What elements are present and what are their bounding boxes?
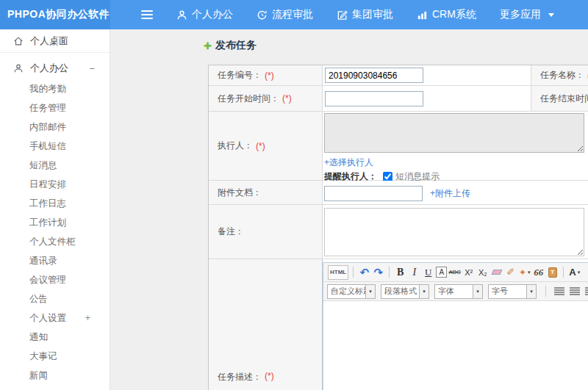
font-family-dropdown[interactable]: 字体 ▾ <box>434 284 483 299</box>
person-icon <box>13 63 24 73</box>
subscript-button[interactable]: X₂ <box>476 265 489 280</box>
select-executor-link[interactable]: +选择执行人 <box>324 156 588 169</box>
attachment-upload-link[interactable]: +附件上传 <box>430 187 470 200</box>
bar-chart-icon <box>417 10 432 21</box>
undo-icon[interactable]: ↶ <box>358 265 370 280</box>
sidebar-item-desktop[interactable]: 个人桌面 <box>0 29 110 53</box>
chevron-down-icon: ▾ <box>419 285 429 298</box>
sidebar-item-address-book[interactable]: 通讯录 <box>0 251 110 270</box>
task-number-input[interactable] <box>325 68 423 83</box>
process-clock-icon <box>257 10 272 21</box>
paragraph-format-dropdown[interactable]: 段落格式 ▾ <box>381 284 429 299</box>
nav-personal-office[interactable]: 个人办公 <box>176 8 233 21</box>
format-brush-icon[interactable]: ✐ <box>504 265 517 280</box>
collapse-minus-icon[interactable]: − <box>89 63 95 74</box>
required-mark: (*) <box>265 71 274 81</box>
align-left-icon[interactable] <box>554 287 564 295</box>
superscript-button[interactable]: X² <box>462 265 475 280</box>
sidebar-section-personal-office[interactable]: 个人办公 − <box>0 57 110 79</box>
sidebar-item-work-log[interactable]: 工作日志 <box>0 194 110 213</box>
format-magic-icon[interactable]: ✦▾ <box>518 265 531 280</box>
chevron-down-icon: ▾ <box>365 285 375 298</box>
start-time-input[interactable] <box>325 91 423 106</box>
attachment-input[interactable] <box>324 186 423 201</box>
top-navigation: 个人办公 流程审批 集团审批 CRM系统 <box>110 0 588 29</box>
blockquote-button[interactable]: 66 <box>532 265 545 280</box>
sidebar: 个人桌面 个人办公 − 我的考勤 任务管理 内部邮件 手机短信 短消息 日程安排… <box>0 29 110 390</box>
task-number-label: 任务编号： <box>218 69 262 82</box>
sidebar-item-notice[interactable]: 通知 <box>0 328 110 347</box>
sidebar-item-meeting[interactable]: 会议管理 <box>0 270 110 289</box>
description-row: 任务描述： (*) HTML ↶ ↷ B I U A ABC <box>209 259 588 390</box>
menu-toggle-icon[interactable] <box>141 8 153 21</box>
executor-row: 执行人： (*) +选择执行人 提醒执行人： 短消息提示 <box>209 112 588 181</box>
sidebar-item-personal-settings[interactable]: 个人设置 + <box>0 308 110 328</box>
remark-textarea[interactable] <box>324 208 584 256</box>
description-label: 任务描述： <box>218 371 262 383</box>
rich-text-editor: HTML ↶ ↷ B I U A ABC X² X₂ ✐ <box>323 262 588 390</box>
home-icon <box>13 36 24 46</box>
nav-crm-system[interactable]: CRM系统 <box>417 8 476 21</box>
editor-toolbar-row2: 自定义标题 ▾ 段落格式 ▾ 字体 ▾ 字号 ▾ <box>323 282 588 301</box>
main-content: ✚ 发布任务 任务编号： (*) 任务名称： (*) 任务开始时间： (*) <box>110 29 588 390</box>
sidebar-item-short-message[interactable]: 短消息 <box>0 156 110 175</box>
editor-toolbar-row1: HTML ↶ ↷ B I U A ABC X² X₂ ✐ <box>323 263 588 282</box>
start-time-row: 任务开始时间： (*) 任务结束时间： (*) <box>209 86 588 112</box>
font-size-dropdown[interactable]: 字号 ▾ <box>488 284 537 299</box>
publish-task-form: 任务编号： (*) 任务名称： (*) 任务开始时间： (*) 任务结束时间： <box>208 65 588 390</box>
required-mark: (*) <box>256 141 265 151</box>
end-time-label: 任务结束时间： <box>540 93 588 105</box>
task-name-label: 任务名称： <box>540 69 584 82</box>
chevron-down-icon: ▾ <box>473 285 482 298</box>
redo-icon[interactable]: ↷ <box>372 265 384 280</box>
expand-plus-icon[interactable]: + <box>85 308 90 328</box>
remark-row: 备注： <box>209 205 588 259</box>
underline-button[interactable]: U <box>422 265 434 280</box>
paste-text-icon[interactable]: T <box>546 265 559 280</box>
plus-icon: ✚ <box>204 40 212 51</box>
person-icon <box>176 10 192 21</box>
nav-workflow-approval[interactable]: 流程审批 <box>257 8 313 21</box>
executor-textarea[interactable] <box>324 113 584 153</box>
italic-button[interactable]: I <box>408 265 420 280</box>
chevron-down-icon <box>548 13 554 17</box>
sidebar-item-internal-mail[interactable]: 内部邮件 <box>0 118 110 137</box>
align-center-icon[interactable] <box>570 287 580 295</box>
top-header: PHPOA协同办公软件 个人办公 流程审批 <box>0 0 588 29</box>
nav-group-approval[interactable]: 集团审批 <box>337 8 393 21</box>
bold-button[interactable]: B <box>394 265 406 280</box>
editor-content-area[interactable] <box>323 301 588 390</box>
sidebar-item-milestones[interactable]: 大事记 <box>0 347 110 366</box>
required-mark: (*) <box>265 371 274 381</box>
task-number-row: 任务编号： (*) 任务名称： (*) <box>209 65 588 86</box>
executor-label: 执行人： <box>218 140 253 152</box>
chevron-down-icon: ▾ <box>526 285 536 298</box>
custom-heading-dropdown[interactable]: 自定义标题 ▾ <box>327 284 376 299</box>
html-source-button[interactable]: HTML <box>328 265 348 280</box>
page-title: ✚ 发布任务 <box>204 39 257 52</box>
app-logo: PHPOA协同办公软件 <box>0 0 110 29</box>
attachment-label: 附件文档： <box>218 187 262 199</box>
eraser-icon[interactable] <box>490 265 503 280</box>
font-style-button[interactable]: A <box>436 267 447 278</box>
start-time-label: 任务开始时间： <box>218 93 279 105</box>
sidebar-item-news[interactable]: 新闻 <box>0 366 110 385</box>
align-right-icon[interactable] <box>585 287 588 295</box>
required-mark: (*) <box>282 93 292 104</box>
sidebar-item-work-plan[interactable]: 工作计划 <box>0 213 110 232</box>
sidebar-item-schedule[interactable]: 日程安排 <box>0 175 110 194</box>
attachment-row: 附件文档： +附件上传 <box>209 181 588 205</box>
sidebar-item-file-cabinet[interactable]: 个人文件柜 <box>0 232 110 251</box>
edit-square-icon <box>337 10 352 21</box>
nav-more-apps[interactable]: 更多应用 <box>500 8 554 21</box>
strikethrough-button[interactable]: ABC <box>448 265 461 280</box>
sidebar-item-announcement[interactable]: 公告 <box>0 289 110 308</box>
sidebar-item-attendance[interactable]: 我的考勤 <box>0 79 110 98</box>
font-color-button[interactable]: A▾ <box>568 265 581 280</box>
remark-label: 备注： <box>218 225 244 238</box>
sidebar-item-sms[interactable]: 手机短信 <box>0 137 110 156</box>
sidebar-item-task-management[interactable]: 任务管理 <box>0 98 110 118</box>
